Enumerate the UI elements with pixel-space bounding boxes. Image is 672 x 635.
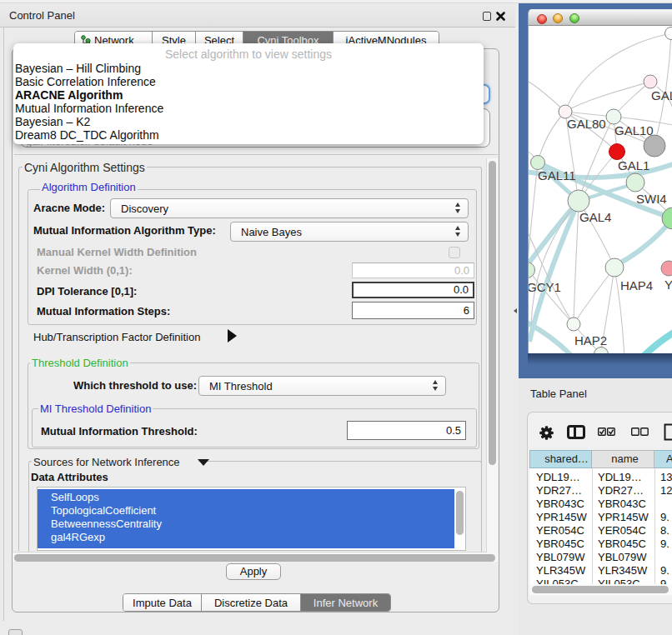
svg-text:GAL4: GAL4 [579,210,611,224]
svg-text:GAL80: GAL80 [567,117,606,131]
svg-text:GAL10: GAL10 [614,123,654,138]
svg-text:SWI4: SWI4 [636,192,667,206]
svg-text:GAL11: GAL11 [538,168,576,182]
svg-text:HAP4: HAP4 [620,278,653,292]
svg-text:Y: Y [664,278,672,292]
svg-text:HAP2: HAP2 [574,333,607,348]
svg-text:GAL1: GAL1 [618,158,649,172]
svg-text:GAL7: GAL7 [651,88,672,102]
svg-text:GCY1: GCY1 [529,280,561,294]
